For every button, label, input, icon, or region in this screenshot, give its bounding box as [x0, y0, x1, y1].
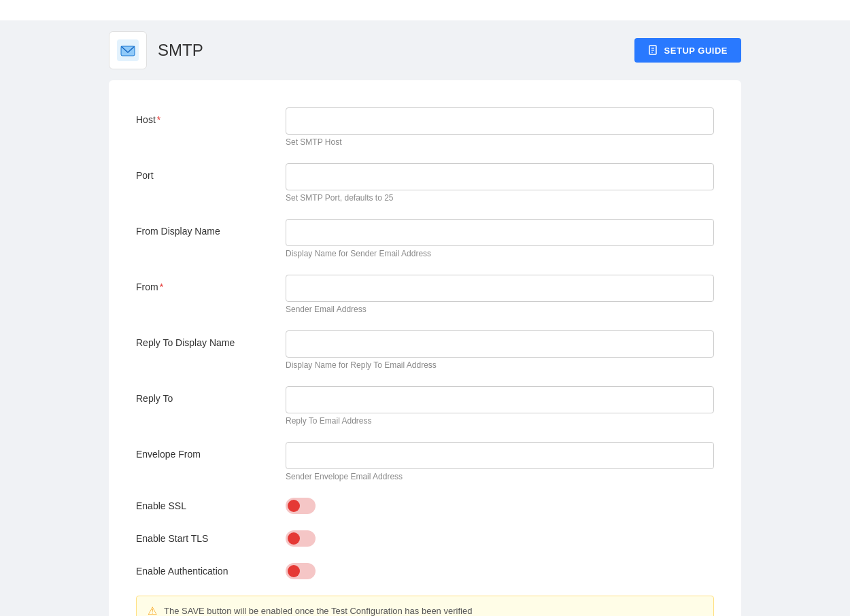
- enable-start-tls-row: Enable Start TLS: [136, 530, 714, 547]
- reply-to-display-name-hint: Display Name for Reply To Email Address: [286, 360, 714, 370]
- enable-start-tls-thumb: [288, 532, 300, 545]
- enable-auth-toggle[interactable]: [286, 563, 316, 579]
- from-display-name-input[interactable]: [286, 219, 714, 246]
- from-hint: Sender Email Address: [286, 305, 714, 314]
- enable-ssl-track: [286, 498, 316, 514]
- from-required-star: *: [160, 281, 163, 292]
- enable-ssl-toggle[interactable]: [286, 498, 316, 514]
- reply-to-display-name-label: Reply To Display Name: [136, 330, 286, 348]
- main-card: Host* Set SMTP Host Port Set SMTP Port, …: [109, 80, 741, 616]
- from-display-name-field-wrap: Display Name for Sender Email Address: [286, 219, 714, 258]
- reply-to-label: Reply To: [136, 386, 286, 404]
- host-label: Host*: [136, 107, 286, 125]
- host-field-wrap: Set SMTP Host: [286, 107, 714, 147]
- port-label: Port: [136, 163, 286, 181]
- enable-start-tls-track: [286, 530, 316, 547]
- warning-banner: ⚠ The SAVE button will be enabled once t…: [136, 596, 714, 616]
- smtp-icon-box: [109, 31, 147, 69]
- envelope-from-label: Envelope From: [136, 442, 286, 460]
- reply-to-row: Reply To Reply To Email Address: [136, 386, 714, 426]
- envelope-from-field-wrap: Sender Envelope Email Address: [286, 442, 714, 481]
- enable-ssl-row: Enable SSL: [136, 498, 714, 514]
- host-hint: Set SMTP Host: [286, 137, 714, 147]
- envelope-from-hint: Sender Envelope Email Address: [286, 472, 714, 481]
- page-title: SMTP: [158, 41, 203, 60]
- enable-auth-row: Enable Authentication: [136, 563, 714, 579]
- from-row: From* Sender Email Address: [136, 275, 714, 314]
- reply-to-field-wrap: Reply To Email Address: [286, 386, 714, 426]
- from-display-name-row: From Display Name Display Name for Sende…: [136, 219, 714, 258]
- form-section: Host* Set SMTP Host Port Set SMTP Port, …: [109, 107, 741, 579]
- enable-start-tls-toggle[interactable]: [286, 530, 316, 547]
- enable-auth-label: Enable Authentication: [136, 566, 286, 577]
- port-field-wrap: Set SMTP Port, defaults to 25: [286, 163, 714, 203]
- from-input[interactable]: [286, 275, 714, 302]
- enable-ssl-thumb: [288, 500, 300, 512]
- from-display-name-hint: Display Name for Sender Email Address: [286, 249, 714, 258]
- host-input[interactable]: [286, 107, 714, 135]
- envelope-from-row: Envelope From Sender Envelope Email Addr…: [136, 442, 714, 481]
- from-display-name-label: From Display Name: [136, 219, 286, 237]
- envelope-from-input[interactable]: [286, 442, 714, 469]
- port-input[interactable]: [286, 163, 714, 190]
- host-row: Host* Set SMTP Host: [136, 107, 714, 147]
- reply-to-hint: Reply To Email Address: [286, 416, 714, 426]
- reply-to-input[interactable]: [286, 386, 714, 413]
- warning-text: The SAVE button will be enabled once the…: [164, 606, 472, 616]
- from-field-wrap: Sender Email Address: [286, 275, 714, 314]
- reply-to-display-name-row: Reply To Display Name Display Name for R…: [136, 330, 714, 370]
- reply-to-display-name-input[interactable]: [286, 330, 714, 358]
- enable-auth-thumb: [288, 565, 300, 577]
- warning-icon: ⚠: [148, 604, 157, 616]
- enable-auth-track: [286, 563, 316, 579]
- enable-ssl-label: Enable SSL: [136, 500, 286, 511]
- setup-guide-button[interactable]: SETUP GUIDE: [634, 38, 741, 63]
- reply-to-display-name-field-wrap: Display Name for Reply To Email Address: [286, 330, 714, 370]
- email-icon: [117, 39, 139, 61]
- from-label: From*: [136, 275, 286, 292]
- host-required-star: *: [157, 114, 160, 125]
- port-row: Port Set SMTP Port, defaults to 25: [136, 163, 714, 203]
- book-icon: [648, 45, 659, 56]
- enable-start-tls-label: Enable Start TLS: [136, 533, 286, 544]
- port-hint: Set SMTP Port, defaults to 25: [286, 193, 714, 203]
